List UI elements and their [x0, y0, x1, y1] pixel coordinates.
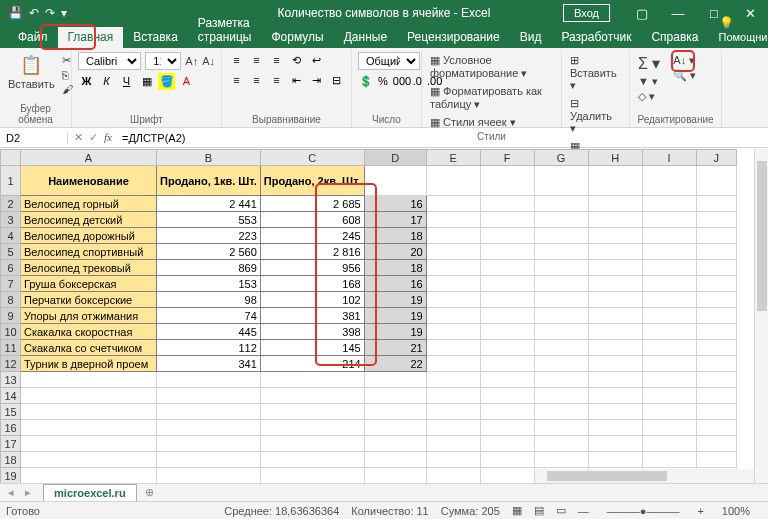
tab-review[interactable]: Рецензирование: [397, 27, 510, 48]
italic-button[interactable]: К: [98, 73, 115, 90]
cell[interactable]: Груша боксерская: [21, 276, 157, 292]
selected-cell[interactable]: 18: [364, 260, 426, 276]
tab-file[interactable]: Файл: [8, 27, 58, 48]
grow-font-icon[interactable]: A↑: [185, 55, 198, 67]
enter-formula-icon[interactable]: ✓: [89, 131, 98, 144]
col-header-b[interactable]: B: [157, 150, 261, 166]
align-right-icon[interactable]: ≡: [268, 72, 285, 89]
border-button[interactable]: ▦: [138, 73, 155, 90]
cut-icon[interactable]: ✂: [62, 54, 73, 67]
row-header[interactable]: 7: [1, 276, 21, 292]
format-as-table-button[interactable]: ▦ Форматировать как таблицу ▾: [430, 85, 553, 111]
spreadsheet-grid[interactable]: A B C D E F G H I J 1НаименованиеПродано…: [0, 149, 737, 483]
fx-icon[interactable]: fx: [104, 131, 112, 144]
row-header[interactable]: 4: [1, 228, 21, 244]
font-name-select[interactable]: Calibri: [78, 52, 141, 70]
view-pagebreak-icon[interactable]: ▭: [556, 504, 566, 517]
autosum-button[interactable]: Σ ▾: [638, 54, 660, 73]
cell-styles-button[interactable]: ▦ Стили ячеек ▾: [430, 116, 553, 129]
align-middle-icon[interactable]: ≡: [248, 52, 265, 69]
tab-help[interactable]: Справка: [641, 27, 708, 48]
selected-cell[interactable]: 16: [364, 276, 426, 292]
cell[interactable]: Велосипед дорожный: [21, 228, 157, 244]
tab-formulas[interactable]: Формулы: [261, 27, 333, 48]
col-header-g[interactable]: G: [534, 150, 588, 166]
delete-cells-button[interactable]: ⊟ Удалить ▾: [570, 97, 621, 135]
shrink-font-icon[interactable]: A↓: [202, 55, 215, 67]
col-header-d[interactable]: D: [364, 150, 426, 166]
fill-color-button[interactable]: 🪣: [158, 73, 175, 90]
cell[interactable]: Упоры для отжимания: [21, 308, 157, 324]
currency-icon[interactable]: 💲: [358, 73, 374, 90]
col-header-f[interactable]: F: [480, 150, 534, 166]
undo-icon[interactable]: ↶: [29, 6, 39, 20]
selected-cell[interactable]: 17: [364, 212, 426, 228]
align-top-icon[interactable]: ≡: [228, 52, 245, 69]
insert-cells-button[interactable]: ⊞ Вставить ▾: [570, 54, 621, 92]
clear-button[interactable]: ◇ ▾: [638, 90, 660, 103]
col-header-e[interactable]: E: [426, 150, 480, 166]
row-header[interactable]: 10: [1, 324, 21, 340]
row-header[interactable]: 1: [1, 166, 21, 196]
selected-cell[interactable]: 16: [364, 196, 426, 212]
selected-cell[interactable]: 19: [364, 292, 426, 308]
align-center-icon[interactable]: ≡: [248, 72, 265, 89]
ribbon-options-icon[interactable]: ▢: [624, 6, 660, 21]
paste-button[interactable]: 📋Вставить: [6, 52, 57, 92]
name-box[interactable]: D2: [0, 132, 68, 144]
conditional-format-button[interactable]: ▦ Условное форматирование ▾: [430, 54, 553, 80]
font-color-button[interactable]: A: [178, 73, 195, 90]
merge-button[interactable]: ⊟: [328, 72, 345, 89]
redo-icon[interactable]: ↷: [45, 6, 55, 20]
save-icon[interactable]: 💾: [8, 6, 23, 20]
selected-cell[interactable]: 19: [364, 324, 426, 340]
header-cell[interactable]: Наименование: [21, 166, 157, 196]
vertical-scrollbar[interactable]: [754, 149, 768, 483]
cancel-formula-icon[interactable]: ✕: [74, 131, 83, 144]
row-header[interactable]: 12: [1, 356, 21, 372]
selected-cell[interactable]: 19: [364, 308, 426, 324]
selected-cell[interactable]: 21: [364, 340, 426, 356]
row-header[interactable]: 6: [1, 260, 21, 276]
bold-button[interactable]: Ж: [78, 73, 95, 90]
cell[interactable]: Велосипед трековый: [21, 260, 157, 276]
number-format-select[interactable]: Общий: [358, 52, 420, 70]
sheet-tab[interactable]: microexcel.ru: [43, 484, 137, 501]
row-header[interactable]: 5: [1, 244, 21, 260]
sheet-nav[interactable]: ◂ ▸: [0, 486, 43, 499]
col-header-c[interactable]: C: [260, 150, 364, 166]
orientation-icon[interactable]: ⟲: [288, 52, 305, 69]
horizontal-scrollbar[interactable]: [534, 469, 754, 483]
fill-button[interactable]: ▼ ▾: [638, 75, 660, 88]
select-all-corner[interactable]: [1, 150, 21, 166]
sort-filter-button[interactable]: A↓ ▾: [673, 54, 696, 67]
col-header-a[interactable]: A: [21, 150, 157, 166]
col-header-h[interactable]: H: [588, 150, 642, 166]
row-header[interactable]: 8: [1, 292, 21, 308]
wrap-text-button[interactable]: ↩: [308, 52, 325, 69]
cell[interactable]: Велосипед спортивный: [21, 244, 157, 260]
format-painter-icon[interactable]: 🖌: [62, 83, 73, 95]
comma-icon[interactable]: 000: [392, 73, 409, 90]
underline-button[interactable]: Ч: [118, 73, 135, 90]
selected-cell[interactable]: 18: [364, 228, 426, 244]
tab-developer[interactable]: Разработчик: [551, 27, 641, 48]
col-header-i[interactable]: I: [642, 150, 696, 166]
font-size-select[interactable]: 11: [145, 52, 181, 70]
tab-data[interactable]: Данные: [334, 27, 397, 48]
tab-home[interactable]: Главная: [58, 27, 124, 48]
col-header-j[interactable]: J: [696, 150, 736, 166]
minimize-icon[interactable]: —: [660, 6, 696, 21]
align-left-icon[interactable]: ≡: [228, 72, 245, 89]
copy-icon[interactable]: ⎘: [62, 69, 73, 81]
indent-dec-icon[interactable]: ⇤: [288, 72, 305, 89]
cell[interactable]: Скакалка скоростная: [21, 324, 157, 340]
row-header[interactable]: 11: [1, 340, 21, 356]
row-header[interactable]: 9: [1, 308, 21, 324]
cell[interactable]: Велосипед детский: [21, 212, 157, 228]
cell[interactable]: Перчатки боксерские: [21, 292, 157, 308]
find-select-button[interactable]: 🔍 ▾: [673, 69, 696, 82]
view-layout-icon[interactable]: ▤: [534, 504, 544, 517]
zoom-slider[interactable]: ————●———+100%: [578, 505, 762, 517]
selected-cell[interactable]: 20: [364, 244, 426, 260]
